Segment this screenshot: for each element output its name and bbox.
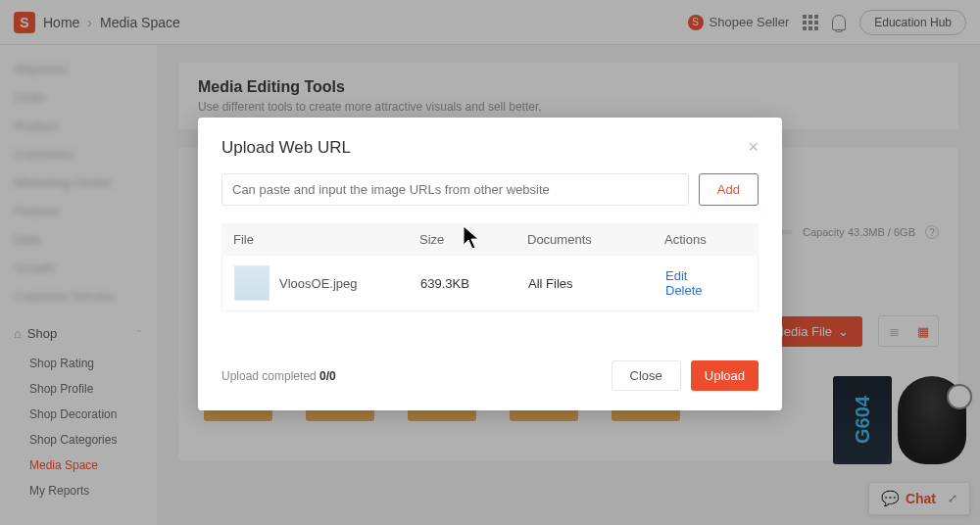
upload-status: Upload completed 0/0	[221, 369, 336, 383]
edit-link[interactable]: Edit	[665, 268, 687, 283]
file-size: 639.3KB	[420, 276, 528, 291]
status-count: 0/0	[319, 369, 336, 383]
upload-url-modal: Upload Web URL × Add File Size Documents…	[198, 118, 782, 410]
table-row: VloosOE.jpeg 639.3KB All Files Edit Dele…	[221, 256, 759, 311]
col-documents: Documents	[527, 232, 664, 247]
add-button[interactable]: Add	[699, 173, 759, 206]
col-actions: Actions	[664, 232, 747, 247]
col-file: File	[233, 232, 419, 247]
close-button[interactable]: Close	[612, 360, 681, 391]
modal-title: Upload Web URL	[221, 138, 351, 158]
upload-button[interactable]: Upload	[691, 360, 759, 391]
close-icon[interactable]: ×	[748, 137, 759, 158]
file-name: VloosOE.jpeg	[279, 276, 358, 291]
table-header: File Size Documents Actions	[221, 223, 759, 256]
file-doc: All Files	[528, 276, 665, 291]
file-thumbnail	[234, 265, 270, 301]
url-input[interactable]	[221, 173, 689, 206]
delete-link[interactable]: Delete	[665, 283, 703, 298]
status-label: Upload completed	[221, 369, 319, 383]
col-size: Size	[419, 232, 527, 247]
